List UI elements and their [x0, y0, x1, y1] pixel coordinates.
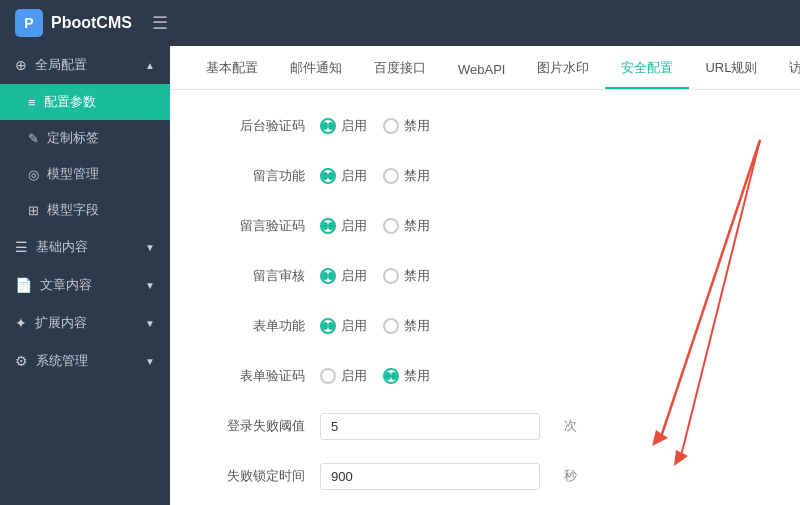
radio-circle-disable3[interactable]	[383, 218, 399, 234]
radio-form-verify: 启用 禁用	[320, 367, 430, 385]
tab-baidu-api[interactable]: 百度接口	[358, 49, 442, 89]
arrow-down-icon4: ▼	[145, 356, 155, 367]
logo-icon: P	[15, 9, 43, 37]
radio-backend-verify: 启用 禁用	[320, 117, 430, 135]
logo: P PbootCMS	[15, 9, 132, 37]
suffix-login-fail: 次	[564, 417, 577, 435]
arrow-down-icon3: ▼	[145, 318, 155, 329]
form-row-guestbook-func: 留言功能 启用 禁用	[200, 160, 770, 192]
label-guestbook-audit: 留言审核	[200, 267, 320, 285]
radio-guestbook-func-disable[interactable]: 禁用	[383, 167, 430, 185]
radio-guestbook-verify-disable[interactable]: 禁用	[383, 217, 430, 235]
sidebar-item-label: 定制标签	[47, 129, 99, 147]
radio-circle-enable2[interactable]	[320, 168, 336, 184]
radio-form-func: 启用 禁用	[320, 317, 430, 335]
control-login-fail: 次	[320, 413, 577, 440]
radio-circle-enable5[interactable]	[320, 318, 336, 334]
radio-form-func-enable[interactable]: 启用	[320, 317, 367, 335]
article-icon: 📄	[15, 277, 32, 293]
form-row-backend-verify: 后台验证码 启用 禁用	[200, 110, 770, 142]
sidebar-item-label: 配置参数	[44, 93, 96, 111]
basic-content-icon: ☰	[15, 239, 28, 255]
radio-guestbook-func: 启用 禁用	[320, 167, 430, 185]
radio-guestbook-func-enable[interactable]: 启用	[320, 167, 367, 185]
arrow-down-icon: ▼	[145, 242, 155, 253]
radio-guestbook-audit-disable[interactable]: 禁用	[383, 267, 430, 285]
model-icon: ◎	[28, 167, 39, 182]
sidebar-group-system-manage[interactable]: ⚙ 系统管理 ▼	[0, 342, 170, 380]
sidebar-item-model-manage[interactable]: ◎ 模型管理	[0, 156, 170, 192]
sidebar-group-extend-content[interactable]: ✦ 扩展内容 ▼	[0, 304, 170, 342]
tab-url-rules[interactable]: URL规则	[689, 49, 773, 89]
radio-circle-disable2[interactable]	[383, 168, 399, 184]
form-row-form-func: 表单功能 启用 禁用	[200, 310, 770, 342]
radio-circle-enable[interactable]	[320, 118, 336, 134]
tab-basic-config[interactable]: 基本配置	[190, 49, 274, 89]
radio-form-func-disable[interactable]: 禁用	[383, 317, 430, 335]
sidebar-group-article-content[interactable]: 📄 文章内容 ▼	[0, 266, 170, 304]
sidebar-item-config-params[interactable]: ≡ 配置参数	[0, 84, 170, 120]
main-layout: ⊕ 全局配置 ▲ ≡ 配置参数 ✎ 定制标签 ◎ 模型管理 ⊞ 模型字段 ☰ 基…	[0, 46, 800, 505]
form-row-form-verify: 表单验证码 启用 禁用	[200, 360, 770, 392]
input-lock-time[interactable]	[320, 463, 540, 490]
radio-circle-disable4[interactable]	[383, 268, 399, 284]
list-icon: ≡	[28, 95, 36, 110]
tabs-bar: 基本配置 邮件通知 百度接口 WebAPI 图片水印 安全配置 URL规则 访客…	[170, 46, 800, 90]
arrow-up-icon: ▲	[145, 60, 155, 71]
sidebar-group-label: 基础内容	[36, 238, 88, 256]
radio-circle-enable4[interactable]	[320, 268, 336, 284]
app-name: PbootCMS	[51, 14, 132, 32]
sidebar-item-custom-tags[interactable]: ✎ 定制标签	[0, 120, 170, 156]
sidebar-group-basic-content[interactable]: ☰ 基础内容 ▼	[0, 228, 170, 266]
form-content: 后台验证码 启用 禁用 留言功能	[170, 90, 800, 505]
radio-circle-disable[interactable]	[383, 118, 399, 134]
radio-guestbook-verify: 启用 禁用	[320, 217, 430, 235]
tab-mail-notify[interactable]: 邮件通知	[274, 49, 358, 89]
sidebar-group-label: 扩展内容	[35, 314, 87, 332]
form-row-lock-time: 失败锁定时间 秒	[200, 460, 770, 492]
input-login-fail[interactable]	[320, 413, 540, 440]
sidebar-item-label: 模型字段	[47, 201, 99, 219]
form-row-guestbook-audit: 留言审核 启用 禁用	[200, 260, 770, 292]
radio-form-verify-disable[interactable]: 禁用	[383, 367, 430, 385]
radio-form-verify-enable[interactable]: 启用	[320, 367, 367, 385]
label-form-func: 表单功能	[200, 317, 320, 335]
content-area: 基本配置 邮件通知 百度接口 WebAPI 图片水印 安全配置 URL规则 访客…	[170, 46, 800, 505]
label-login-fail: 登录失败阈值	[200, 417, 320, 435]
radio-circle-disable5[interactable]	[383, 318, 399, 334]
arrow-down-icon2: ▼	[145, 280, 155, 291]
topbar: P PbootCMS ☰	[0, 0, 800, 46]
label-lock-time: 失败锁定时间	[200, 467, 320, 485]
tab-security-config[interactable]: 安全配置	[605, 49, 689, 89]
sidebar-group-global-config[interactable]: ⊕ 全局配置 ▲	[0, 46, 170, 84]
fields-icon: ⊞	[28, 203, 39, 218]
radio-guestbook-audit: 启用 禁用	[320, 267, 430, 285]
suffix-lock-time: 秒	[564, 467, 577, 485]
label-form-verify: 表单验证码	[200, 367, 320, 385]
system-icon: ⚙	[15, 353, 28, 369]
form-row-login-fail: 登录失败阈值 次	[200, 410, 770, 442]
form-row-guestbook-verify: 留言验证码 启用 禁用	[200, 210, 770, 242]
menu-toggle-icon[interactable]: ☰	[152, 12, 168, 34]
tab-visitor-info[interactable]: 访客信息	[773, 49, 800, 89]
radio-guestbook-audit-enable[interactable]: 启用	[320, 267, 367, 285]
edit-icon: ✎	[28, 131, 39, 146]
label-backend-verify: 后台验证码	[200, 117, 320, 135]
radio-guestbook-verify-enable[interactable]: 启用	[320, 217, 367, 235]
label-guestbook-func: 留言功能	[200, 167, 320, 185]
control-lock-time: 秒	[320, 463, 577, 490]
gear-icon: ⊕	[15, 57, 27, 73]
tab-webapi[interactable]: WebAPI	[442, 52, 521, 89]
radio-backend-verify-disable[interactable]: 禁用	[383, 117, 430, 135]
radio-circle-disable6[interactable]	[383, 368, 399, 384]
radio-circle-enable6[interactable]	[320, 368, 336, 384]
tab-watermark[interactable]: 图片水印	[521, 49, 605, 89]
sidebar-group-label: 全局配置	[35, 56, 87, 74]
sidebar-item-label: 模型管理	[47, 165, 99, 183]
sidebar-group-label: 系统管理	[36, 352, 88, 370]
radio-circle-enable3[interactable]	[320, 218, 336, 234]
label-guestbook-verify: 留言验证码	[200, 217, 320, 235]
sidebar-group-label: 文章内容	[40, 276, 92, 294]
sidebar-item-model-fields[interactable]: ⊞ 模型字段	[0, 192, 170, 228]
radio-backend-verify-enable[interactable]: 启用	[320, 117, 367, 135]
